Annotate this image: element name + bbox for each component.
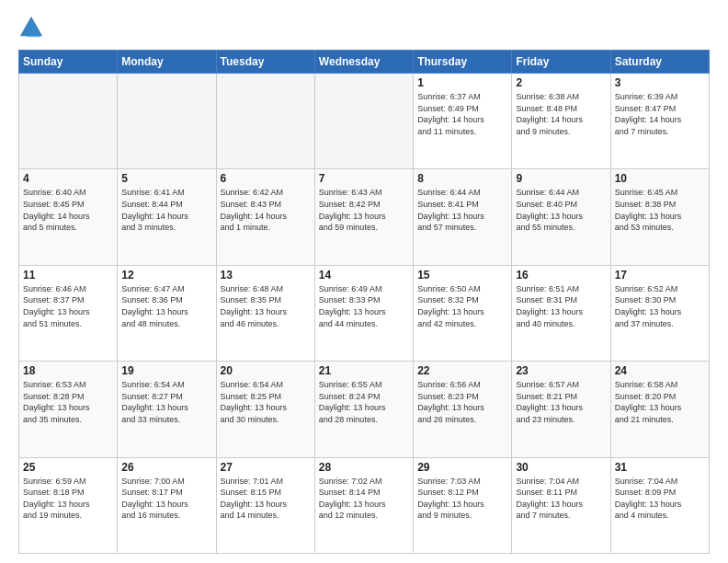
calendar-cell: 6Sunrise: 6:42 AM Sunset: 8:43 PM Daylig… bbox=[216, 169, 314, 265]
day-number: 19 bbox=[121, 364, 211, 377]
calendar-cell bbox=[314, 74, 413, 169]
calendar-cell: 23Sunrise: 6:57 AM Sunset: 8:21 PM Dayli… bbox=[512, 362, 610, 457]
weekday-monday: Monday bbox=[118, 51, 216, 74]
day-info: Sunrise: 7:00 AM Sunset: 8:17 PM Dayligh… bbox=[121, 476, 211, 522]
day-number: 24 bbox=[615, 364, 705, 377]
logo-icon bbox=[18, 15, 44, 40]
day-info: Sunrise: 7:02 AM Sunset: 8:14 PM Dayligh… bbox=[319, 476, 409, 522]
day-number: 9 bbox=[516, 172, 606, 185]
day-number: 3 bbox=[615, 76, 705, 89]
day-info: Sunrise: 7:04 AM Sunset: 8:09 PM Dayligh… bbox=[615, 476, 705, 522]
calendar-cell: 16Sunrise: 6:51 AM Sunset: 8:31 PM Dayli… bbox=[512, 265, 610, 361]
header bbox=[18, 15, 710, 40]
day-number: 14 bbox=[319, 269, 409, 282]
calendar-cell: 15Sunrise: 6:50 AM Sunset: 8:32 PM Dayli… bbox=[414, 265, 512, 361]
calendar-cell: 2Sunrise: 6:38 AM Sunset: 8:48 PM Daylig… bbox=[512, 74, 610, 169]
calendar-cell: 11Sunrise: 6:46 AM Sunset: 8:37 PM Dayli… bbox=[19, 265, 118, 361]
day-info: Sunrise: 6:58 AM Sunset: 8:20 PM Dayligh… bbox=[615, 379, 705, 425]
calendar-cell: 30Sunrise: 7:04 AM Sunset: 8:11 PM Dayli… bbox=[512, 457, 610, 553]
day-info: Sunrise: 7:01 AM Sunset: 8:15 PM Dayligh… bbox=[221, 476, 311, 522]
day-number: 8 bbox=[417, 172, 507, 185]
week-row-3: 11Sunrise: 6:46 AM Sunset: 8:37 PM Dayli… bbox=[19, 265, 710, 361]
weekday-tuesday: Tuesday bbox=[216, 51, 314, 74]
day-info: Sunrise: 6:41 AM Sunset: 8:44 PM Dayligh… bbox=[121, 187, 211, 233]
day-info: Sunrise: 6:55 AM Sunset: 8:24 PM Dayligh… bbox=[319, 379, 409, 425]
calendar-cell: 22Sunrise: 6:56 AM Sunset: 8:23 PM Dayli… bbox=[414, 362, 512, 457]
calendar-cell: 12Sunrise: 6:47 AM Sunset: 8:36 PM Dayli… bbox=[118, 265, 216, 361]
day-info: Sunrise: 6:57 AM Sunset: 8:21 PM Dayligh… bbox=[516, 379, 606, 425]
calendar-cell bbox=[19, 74, 118, 169]
day-number: 11 bbox=[23, 269, 113, 282]
day-info: Sunrise: 6:44 AM Sunset: 8:40 PM Dayligh… bbox=[516, 187, 606, 233]
day-number: 12 bbox=[121, 269, 211, 282]
day-info: Sunrise: 6:52 AM Sunset: 8:30 PM Dayligh… bbox=[615, 283, 705, 329]
day-info: Sunrise: 6:40 AM Sunset: 8:45 PM Dayligh… bbox=[23, 187, 113, 233]
day-number: 16 bbox=[516, 269, 606, 282]
calendar-cell: 8Sunrise: 6:44 AM Sunset: 8:41 PM Daylig… bbox=[414, 169, 512, 265]
day-info: Sunrise: 6:45 AM Sunset: 8:38 PM Dayligh… bbox=[615, 187, 705, 233]
calendar-cell: 25Sunrise: 6:59 AM Sunset: 8:18 PM Dayli… bbox=[19, 457, 118, 553]
day-number: 6 bbox=[221, 172, 311, 185]
calendar-cell: 4Sunrise: 6:40 AM Sunset: 8:45 PM Daylig… bbox=[19, 169, 118, 265]
weekday-thursday: Thursday bbox=[414, 51, 512, 74]
day-number: 7 bbox=[319, 172, 409, 185]
day-info: Sunrise: 6:38 AM Sunset: 8:48 PM Dayligh… bbox=[516, 91, 606, 137]
calendar-cell: 14Sunrise: 6:49 AM Sunset: 8:33 PM Dayli… bbox=[314, 265, 413, 361]
day-info: Sunrise: 6:44 AM Sunset: 8:41 PM Dayligh… bbox=[417, 187, 507, 233]
calendar-cell: 9Sunrise: 6:44 AM Sunset: 8:40 PM Daylig… bbox=[512, 169, 610, 265]
day-number: 20 bbox=[221, 364, 311, 377]
calendar-cell: 1Sunrise: 6:37 AM Sunset: 8:49 PM Daylig… bbox=[414, 74, 512, 169]
calendar-cell: 24Sunrise: 6:58 AM Sunset: 8:20 PM Dayli… bbox=[610, 362, 709, 457]
day-info: Sunrise: 6:49 AM Sunset: 8:33 PM Dayligh… bbox=[319, 283, 409, 329]
day-info: Sunrise: 6:47 AM Sunset: 8:36 PM Dayligh… bbox=[121, 283, 211, 329]
day-number: 15 bbox=[417, 269, 507, 282]
day-number: 17 bbox=[615, 269, 705, 282]
weekday-header-row: SundayMondayTuesdayWednesdayThursdayFrid… bbox=[19, 51, 710, 74]
calendar-cell: 28Sunrise: 7:02 AM Sunset: 8:14 PM Dayli… bbox=[314, 457, 413, 553]
day-info: Sunrise: 6:48 AM Sunset: 8:35 PM Dayligh… bbox=[221, 283, 311, 329]
weekday-friday: Friday bbox=[512, 51, 610, 74]
day-number: 21 bbox=[319, 364, 409, 377]
day-info: Sunrise: 6:51 AM Sunset: 8:31 PM Dayligh… bbox=[516, 283, 606, 329]
day-info: Sunrise: 6:59 AM Sunset: 8:18 PM Dayligh… bbox=[23, 476, 113, 522]
calendar-cell: 18Sunrise: 6:53 AM Sunset: 8:28 PM Dayli… bbox=[19, 362, 118, 457]
calendar-cell: 31Sunrise: 7:04 AM Sunset: 8:09 PM Dayli… bbox=[610, 457, 709, 553]
calendar-cell: 5Sunrise: 6:41 AM Sunset: 8:44 PM Daylig… bbox=[118, 169, 216, 265]
calendar-cell bbox=[216, 74, 314, 169]
day-info: Sunrise: 6:46 AM Sunset: 8:37 PM Dayligh… bbox=[23, 283, 113, 329]
week-row-2: 4Sunrise: 6:40 AM Sunset: 8:45 PM Daylig… bbox=[19, 169, 710, 265]
weekday-saturday: Saturday bbox=[610, 51, 709, 74]
calendar-cell: 13Sunrise: 6:48 AM Sunset: 8:35 PM Dayli… bbox=[216, 265, 314, 361]
calendar-cell: 26Sunrise: 7:00 AM Sunset: 8:17 PM Dayli… bbox=[118, 457, 216, 553]
day-number: 2 bbox=[516, 76, 606, 89]
day-number: 25 bbox=[23, 461, 113, 474]
day-number: 31 bbox=[615, 461, 705, 474]
logo bbox=[18, 15, 48, 40]
weekday-wednesday: Wednesday bbox=[314, 51, 413, 74]
day-number: 4 bbox=[23, 172, 113, 185]
day-number: 1 bbox=[417, 76, 507, 89]
calendar-cell: 19Sunrise: 6:54 AM Sunset: 8:27 PM Dayli… bbox=[118, 362, 216, 457]
day-info: Sunrise: 7:03 AM Sunset: 8:12 PM Dayligh… bbox=[417, 476, 507, 522]
day-info: Sunrise: 6:39 AM Sunset: 8:47 PM Dayligh… bbox=[615, 91, 705, 137]
day-info: Sunrise: 7:04 AM Sunset: 8:11 PM Dayligh… bbox=[516, 476, 606, 522]
calendar-cell bbox=[118, 74, 216, 169]
day-info: Sunrise: 6:56 AM Sunset: 8:23 PM Dayligh… bbox=[417, 379, 507, 425]
calendar-table: SundayMondayTuesdayWednesdayThursdayFrid… bbox=[18, 50, 710, 554]
day-info: Sunrise: 6:54 AM Sunset: 8:27 PM Dayligh… bbox=[121, 379, 211, 425]
day-number: 22 bbox=[417, 364, 507, 377]
calendar-cell: 21Sunrise: 6:55 AM Sunset: 8:24 PM Dayli… bbox=[314, 362, 413, 457]
calendar-cell: 17Sunrise: 6:52 AM Sunset: 8:30 PM Dayli… bbox=[610, 265, 709, 361]
calendar-cell: 27Sunrise: 7:01 AM Sunset: 8:15 PM Dayli… bbox=[216, 457, 314, 553]
calendar-cell: 3Sunrise: 6:39 AM Sunset: 8:47 PM Daylig… bbox=[610, 74, 709, 169]
day-info: Sunrise: 6:42 AM Sunset: 8:43 PM Dayligh… bbox=[221, 187, 311, 233]
day-info: Sunrise: 6:37 AM Sunset: 8:49 PM Dayligh… bbox=[417, 91, 507, 137]
day-number: 13 bbox=[221, 269, 311, 282]
day-number: 26 bbox=[121, 461, 211, 474]
day-number: 18 bbox=[23, 364, 113, 377]
page: SundayMondayTuesdayWednesdayThursdayFrid… bbox=[0, 0, 728, 563]
day-number: 28 bbox=[319, 461, 409, 474]
day-info: Sunrise: 6:53 AM Sunset: 8:28 PM Dayligh… bbox=[23, 379, 113, 425]
calendar-cell: 29Sunrise: 7:03 AM Sunset: 8:12 PM Dayli… bbox=[414, 457, 512, 553]
day-number: 30 bbox=[516, 461, 606, 474]
